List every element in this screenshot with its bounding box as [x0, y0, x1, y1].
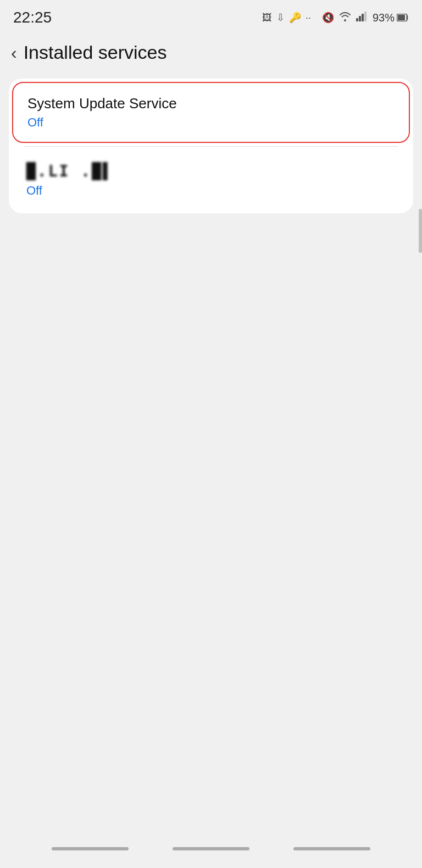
battery-indicator: 93% — [373, 12, 409, 24]
svg-rect-3 — [364, 12, 367, 21]
status-time: 22:25 — [13, 9, 52, 26]
nav-pill-2 — [173, 847, 249, 850]
back-button[interactable]: ‹ — [11, 44, 17, 62]
svg-rect-1 — [359, 16, 361, 21]
service-name-unknown: █.LI .█▌ — [26, 162, 396, 180]
nav-pill-1 — [52, 847, 129, 850]
page-header: ‹ Installed services — [0, 33, 422, 74]
service-name-system-update: System Update Service — [27, 95, 395, 112]
services-card: System Update Service Off █.LI .█▌ Off — [9, 79, 413, 213]
wifi-icon — [338, 12, 352, 24]
status-bar: 22:25 🖼 ⇩ 🔑 ·· 🔇 93% — [0, 0, 422, 33]
more-icon: ·· — [306, 12, 311, 24]
page-title: Installed services — [24, 42, 167, 63]
battery-percent: 93% — [373, 12, 395, 24]
service-status-system-update: Off — [27, 115, 395, 130]
key-icon: 🔑 — [289, 12, 301, 24]
scroll-handle[interactable] — [419, 209, 422, 253]
signal-icon — [356, 12, 368, 24]
download-icon: ⇩ — [276, 12, 285, 24]
service-status-unknown: Off — [26, 184, 396, 198]
nav-pill-3 — [293, 847, 370, 850]
navigation-bar — [0, 835, 422, 868]
mute-icon: 🔇 — [322, 12, 334, 24]
svg-rect-0 — [356, 18, 358, 21]
svg-rect-5 — [398, 15, 405, 20]
service-item-unknown[interactable]: █.LI .█▌ Off — [9, 147, 413, 213]
svg-rect-2 — [362, 14, 364, 21]
status-icons: 🖼 ⇩ 🔑 ·· 🔇 93% — [262, 12, 409, 24]
service-item-system-update[interactable]: System Update Service Off — [12, 82, 410, 143]
gallery-icon: 🖼 — [262, 12, 272, 24]
